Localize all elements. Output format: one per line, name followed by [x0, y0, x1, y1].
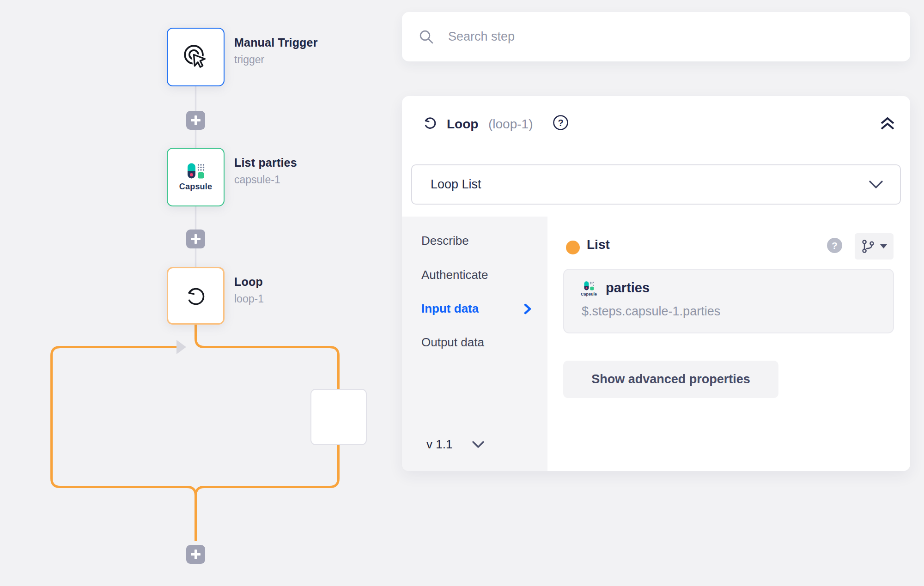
node-label-list-parties: List parties capsule-1	[234, 156, 297, 186]
add-step-button[interactable]	[186, 545, 205, 564]
node-step-id: loop-1	[234, 293, 264, 305]
workflow-builder: Manual Trigger trigger	[0, 0, 924, 586]
panel-header: Loop (loop-1) ?	[402, 96, 910, 164]
loop-icon	[182, 283, 209, 309]
chip-property-name: parties	[606, 280, 650, 296]
node-step-id: capsule-1	[234, 174, 297, 186]
chip-jsonpath: $.steps.capsule-1.parties	[582, 304, 720, 319]
node-manual-trigger[interactable]	[167, 28, 225, 86]
svg-text:?: ?	[558, 118, 563, 128]
input-value-chip[interactable]: Capsule parties $.steps.capsule-1.partie…	[563, 269, 894, 333]
panel-step-id: (loop-1)	[488, 117, 533, 132]
search-input[interactable]	[448, 30, 894, 44]
chevron-right-icon	[523, 303, 532, 314]
tab-output-data[interactable]: Output data	[421, 333, 484, 351]
capsule-wordmark: Capsule	[179, 182, 212, 192]
plus-icon	[191, 550, 201, 559]
panel-body: Describe Authenticate Input data Output …	[402, 217, 910, 471]
search-icon	[419, 29, 434, 45]
manual-trigger-icon	[182, 43, 210, 72]
node-title: List parties	[234, 156, 297, 169]
tab-describe[interactable]: Describe	[421, 232, 469, 249]
plus-icon	[191, 234, 201, 244]
help-icon[interactable]: ?	[553, 115, 569, 131]
operation-select-value: Loop List	[431, 177, 481, 192]
collapse-panel-icon[interactable]	[879, 115, 896, 132]
tab-label: Describe	[421, 234, 469, 248]
panel-tabs: Describe Authenticate Input data Output …	[402, 217, 547, 471]
tab-authenticate[interactable]: Authenticate	[421, 266, 488, 284]
capsule-pill-icon	[187, 163, 205, 180]
chevron-down-icon	[869, 180, 883, 189]
step-search-bar	[402, 12, 910, 61]
tab-label: Output data	[421, 335, 484, 350]
input-data-content: List ?	[547, 217, 910, 471]
node-step-id: trigger	[234, 54, 318, 66]
panel-title: Loop	[447, 117, 478, 132]
node-loop[interactable]	[167, 267, 225, 325]
loop-return-arrow-icon	[176, 340, 186, 354]
loop-path-left	[52, 347, 196, 496]
capsule-logo: Capsule	[581, 281, 597, 296]
workflow-canvas: Manual Trigger trigger	[0, 0, 402, 586]
required-field-dot	[566, 241, 580, 254]
field-help-icon[interactable]: ?	[827, 238, 842, 253]
step-config-panel: Loop (loop-1) ? Loop List Describe	[402, 96, 910, 471]
chevron-down-icon	[472, 441, 485, 448]
capsule-wordmark: Capsule	[581, 292, 597, 296]
caret-down-icon	[880, 244, 887, 248]
capsule-pill-icon	[584, 281, 595, 291]
field-label: List	[587, 237, 610, 252]
version-selector[interactable]: v 1.1	[426, 437, 485, 452]
add-step-button[interactable]	[186, 230, 205, 248]
version-label: v 1.1	[426, 437, 452, 452]
node-label-manual-trigger: Manual Trigger trigger	[234, 36, 318, 66]
plus-icon	[191, 115, 201, 125]
empty-step-slot[interactable]	[310, 389, 367, 445]
connector-mode-button[interactable]	[855, 233, 894, 260]
branch-icon	[861, 239, 875, 254]
node-title: Loop	[234, 275, 264, 289]
node-title: Manual Trigger	[234, 36, 318, 49]
tab-label: Authenticate	[421, 268, 488, 282]
node-label-loop: Loop loop-1	[234, 275, 264, 305]
tab-input-data[interactable]: Input data	[421, 300, 479, 317]
tab-label: Input data	[421, 302, 479, 316]
help-glyph: ?	[832, 240, 838, 251]
capsule-logo: Capsule	[179, 163, 212, 192]
node-list-parties[interactable]: Capsule	[167, 148, 225, 206]
loop-icon	[421, 114, 439, 132]
show-advanced-properties-button[interactable]: Show advanced properties	[563, 361, 778, 398]
operation-select[interactable]: Loop List	[411, 164, 901, 205]
add-step-button[interactable]	[186, 111, 205, 130]
